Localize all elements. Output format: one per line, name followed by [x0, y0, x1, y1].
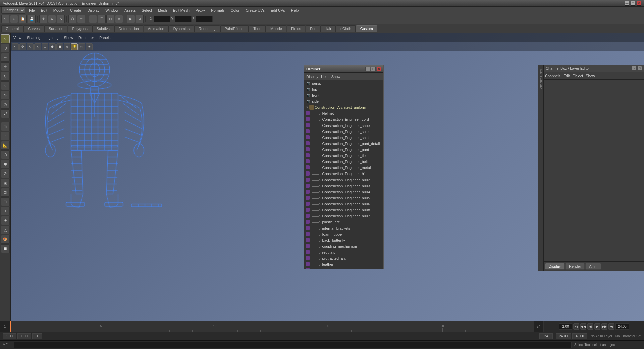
outliner-item-leather[interactable]: ——o leather: [304, 261, 383, 267]
tab-rendering[interactable]: Rendering: [194, 25, 220, 32]
menu-proxy[interactable]: Proxy: [193, 8, 208, 13]
tab-polygons[interactable]: Polygons: [68, 25, 92, 32]
tab-hair[interactable]: Hair: [320, 25, 336, 32]
outliner-item-regulator[interactable]: ——o regulator: [304, 249, 383, 255]
outliner-item-persp[interactable]: 📷 persp: [304, 80, 383, 86]
outliner-minimize[interactable]: —: [365, 67, 370, 71]
tab-fluids[interactable]: Fluids: [287, 25, 305, 32]
outliner-item-construction-engineer-b1[interactable]: ——o Construction_Engineer_b1: [304, 171, 383, 177]
outliner-item-construction-engineer-pant[interactable]: ——o Construction_Engineer_pant: [304, 147, 383, 153]
minimize-button[interactable]: —: [625, 1, 629, 6]
offset-edge[interactable]: ⊡: [1, 188, 10, 197]
toolbar-btn-lasso[interactable]: ⬡: [68, 15, 76, 23]
tab-custom[interactable]: Custom: [356, 25, 377, 32]
tab-deformation[interactable]: Deformation: [114, 25, 143, 32]
tab-painteffects[interactable]: PaintEffects: [220, 25, 249, 32]
menu-edit[interactable]: Edit: [38, 8, 50, 13]
outliner-item-construction-engineer-b008[interactable]: ——o Construction_Engineer_b008: [304, 207, 383, 213]
channel-box-controls[interactable]: ▪ □: [632, 66, 642, 71]
outliner-item-construction-engineer-b003[interactable]: ——o Construction_Engineer_b003: [304, 183, 383, 189]
tab-dynamics[interactable]: Dynamics: [169, 25, 194, 32]
measure[interactable]: 📐: [1, 141, 10, 150]
tab-subdivs[interactable]: Subdivs: [92, 25, 114, 32]
append-poly[interactable]: ⬢: [1, 160, 10, 168]
toolbar-ipr[interactable]: ⚙: [136, 15, 144, 23]
outliner-item-construction-engineer-b004[interactable]: ——o Construction_Engineer_b004: [304, 189, 383, 195]
toolbar-snap-grid[interactable]: ⊞: [89, 15, 97, 23]
tab-render[interactable]: Render: [565, 263, 585, 270]
extrude-edge[interactable]: ▣: [1, 179, 10, 187]
outliner-item-construction-engineer-cord[interactable]: ——o Construction_Engineer_cord: [304, 116, 383, 122]
toolbar-snap-surface[interactable]: ◈: [115, 15, 123, 23]
mode-select[interactable]: Polygons: [1, 7, 25, 14]
outliner-item-group[interactable]: ▼ Construction_Architect_uniform: [304, 104, 383, 110]
create-poly[interactable]: ⬡: [1, 150, 10, 159]
tab-anim[interactable]: Anim: [585, 263, 601, 270]
toolbar-btn-3[interactable]: 📋: [19, 15, 27, 23]
toolbar-snap-point[interactable]: ⊡: [106, 15, 114, 23]
outliner-item-logo-helmet[interactable]: ——o logo_helmet: [304, 267, 383, 269]
menu-create[interactable]: Create: [67, 8, 84, 13]
range-out[interactable]: [556, 333, 571, 339]
uv-unwrap[interactable]: 🔲: [1, 244, 10, 253]
vp-shadow-btn[interactable]: ◎: [78, 43, 85, 50]
ch-edit[interactable]: Edit: [563, 74, 570, 78]
outliner-item-front[interactable]: 📷 front: [304, 92, 383, 98]
outliner-item-coupling-mechanism[interactable]: ——o coupling_mechanism: [304, 243, 383, 249]
menu-normals[interactable]: Normals: [208, 8, 227, 13]
tab-general[interactable]: General: [1, 25, 23, 32]
outliner-close[interactable]: ✕: [377, 67, 381, 71]
z-coord-input[interactable]: [196, 16, 213, 22]
window-controls[interactable]: — □ ✕: [625, 1, 641, 6]
toolbar-btn-2[interactable]: ⊕: [10, 15, 18, 23]
go-to-end[interactable]: ⏭: [608, 323, 614, 330]
outliner-item-construction-engineer-shoe[interactable]: ——o Construction_Engineer_shoe: [304, 122, 383, 129]
tab-curves[interactable]: Curves: [23, 25, 44, 32]
toolbar-btn-paint[interactable]: ✏: [77, 15, 85, 23]
menu-mesh[interactable]: Mesh: [155, 8, 170, 13]
scale-tool[interactable]: ⤡: [1, 81, 10, 90]
rotate-tool[interactable]: ↻: [1, 72, 10, 81]
vp-wireframe-btn[interactable]: ⬡: [42, 43, 48, 50]
tab-display[interactable]: Display: [545, 263, 565, 270]
select-tool[interactable]: ↖: [1, 34, 10, 43]
vp-scale-btn[interactable]: ⤡: [34, 43, 41, 50]
play-back[interactable]: ◀: [587, 323, 593, 330]
outliner-maximize[interactable]: □: [371, 67, 376, 71]
outliner-item-helmet[interactable]: ——o Helmet: [304, 110, 383, 116]
tab-ncloth[interactable]: nCloth: [336, 25, 356, 32]
outliner-item-construction-engineer-pant-detail[interactable]: ——o Construction_Engineer_pant_detail: [304, 141, 383, 147]
outliner-item-construction-engineer-b007[interactable]: ——o Construction_Engineer_b007: [304, 213, 383, 219]
menu-assets[interactable]: Assets: [122, 8, 138, 13]
outliner-display-menu[interactable]: Display: [306, 74, 318, 79]
attr-editor-label[interactable]: Attribute Editor: [539, 69, 543, 89]
outliner-item-construction-engineer-shirt[interactable]: ——o Construction_Engineer_shirt: [304, 135, 383, 141]
vp-move-btn[interactable]: ✛: [19, 43, 26, 50]
range-start[interactable]: [3, 333, 16, 339]
outliner-help-menu[interactable]: Help: [321, 74, 329, 79]
x-coord-input[interactable]: [154, 16, 170, 22]
tab-toon[interactable]: Toon: [249, 25, 266, 32]
group-collapse-icon[interactable]: ▼: [306, 106, 309, 109]
sculpt-tool[interactable]: 🖌: [1, 109, 10, 118]
vp-rotate-btn[interactable]: ↻: [27, 43, 34, 50]
paint-vtx[interactable]: 🎨: [1, 235, 10, 244]
soft-mod[interactable]: ◎: [1, 100, 10, 109]
tab-surfaces[interactable]: Surfaces: [44, 25, 67, 32]
menu-file[interactable]: File: [26, 8, 38, 13]
y-coord-input[interactable]: [175, 16, 192, 22]
go-to-start[interactable]: ⏮: [573, 323, 579, 330]
ch-channels[interactable]: Channels: [545, 74, 560, 78]
toolbar-snap-curve[interactable]: ⌒: [98, 15, 106, 23]
menu-edituvs[interactable]: Edit UVs: [268, 8, 288, 13]
close-button[interactable]: ✕: [637, 1, 641, 6]
vp-ambient-btn[interactable]: ☀: [86, 43, 93, 50]
menu-modify[interactable]: Modify: [51, 8, 67, 13]
menu-select[interactable]: Select: [139, 8, 155, 13]
vp-light-btn[interactable]: 💡: [71, 43, 78, 50]
outliner-item-construction-engineer-sole[interactable]: ——o Construction_Engineer_sole: [304, 129, 383, 135]
menu-display[interactable]: Display: [85, 8, 102, 13]
maximize-button[interactable]: □: [631, 1, 635, 6]
tab-fur[interactable]: Fur: [306, 25, 320, 32]
current-time[interactable]: [32, 333, 42, 339]
